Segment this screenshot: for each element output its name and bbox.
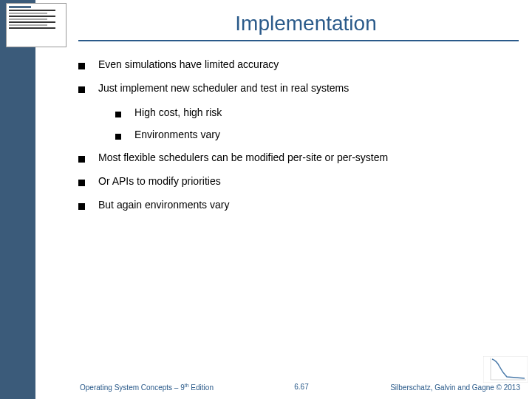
bullet-square-icon: [78, 86, 85, 93]
bullet-item: Just implement new scheduler and test in…: [78, 80, 517, 96]
bullet-text: High cost, high risk: [134, 104, 222, 120]
bullet-square-icon: [115, 112, 121, 117]
bullet-item: Or APIs to modify priorities: [78, 173, 517, 189]
footer-left: Operating System Concepts – 9th Edition: [80, 383, 214, 392]
footer-left-prefix: Operating System Concepts – 9: [80, 383, 185, 392]
bullet-square-icon: [78, 156, 85, 163]
svg-rect-0: [483, 356, 528, 383]
bullet-square-icon: [78, 203, 85, 210]
footer-page-number: 6.67: [294, 383, 308, 391]
bullet-text: But again environments vary: [98, 197, 229, 213]
slide-content: Implementation Even simulations have lim…: [35, 0, 532, 399]
bullet-text: Even simulations have limited accuracy: [98, 56, 279, 72]
corner-decorative-chart: [483, 356, 528, 383]
title-underline: [78, 40, 519, 41]
bullet-item: High cost, high risk: [115, 104, 517, 120]
bullet-text: Most flexible schedulers can be modified…: [98, 149, 388, 166]
bullet-square-icon: [78, 180, 85, 186]
bullet-text: Environments vary: [134, 126, 220, 143]
slide-title: Implementation: [80, 12, 532, 35]
nested-list: High cost, high risk Environments vary: [115, 104, 517, 143]
corner-thumbnail: [6, 3, 66, 47]
bullet-item: Even simulations have limited accuracy: [78, 56, 517, 72]
footer-copyright: Silberschatz, Galvin and Gagne © 2013: [390, 383, 520, 392]
bullet-item: But again environments vary: [78, 197, 517, 213]
bullet-list: Even simulations have limited accuracy J…: [78, 56, 517, 214]
slide-footer: Operating System Concepts – 9th Edition …: [71, 383, 532, 392]
bullet-item: Most flexible schedulers can be modified…: [78, 149, 517, 166]
bullet-square-icon: [115, 134, 121, 140]
left-sidebar: [0, 0, 35, 399]
bullet-text: Or APIs to modify priorities: [98, 173, 221, 189]
bullet-text: Just implement new scheduler and test in…: [98, 80, 349, 96]
footer-left-suffix: Edition: [189, 383, 214, 392]
bullet-square-icon: [78, 63, 85, 69]
bullet-item: Environments vary: [115, 126, 517, 143]
